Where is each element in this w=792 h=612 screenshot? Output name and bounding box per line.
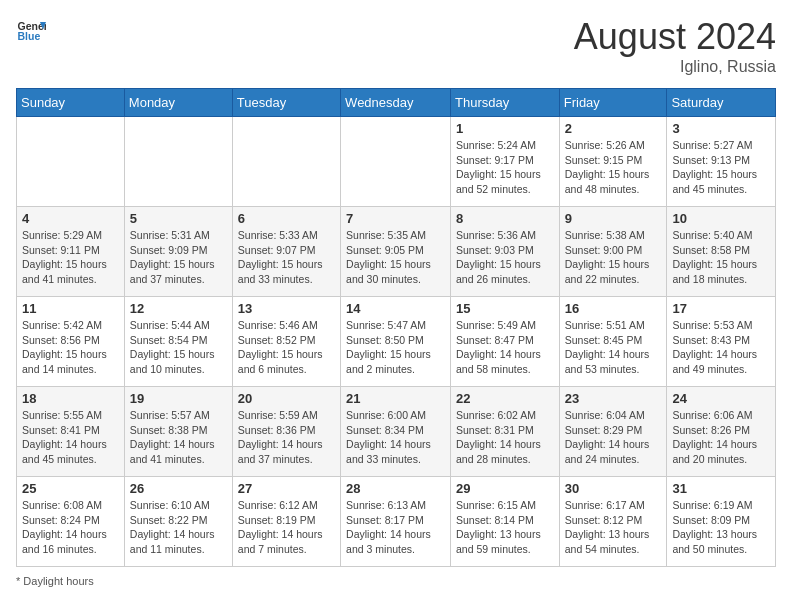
day-info: Sunrise: 5:42 AM Sunset: 8:56 PM Dayligh… <box>22 318 119 377</box>
calendar-cell: 27Sunrise: 6:12 AM Sunset: 8:19 PM Dayli… <box>232 477 340 567</box>
footer-note: * Daylight hours <box>16 575 776 587</box>
day-number: 17 <box>672 301 770 316</box>
day-number: 8 <box>456 211 554 226</box>
calendar-cell: 8Sunrise: 5:36 AM Sunset: 9:03 PM Daylig… <box>451 207 560 297</box>
calendar-cell: 30Sunrise: 6:17 AM Sunset: 8:12 PM Dayli… <box>559 477 667 567</box>
day-number: 24 <box>672 391 770 406</box>
day-info: Sunrise: 6:17 AM Sunset: 8:12 PM Dayligh… <box>565 498 662 557</box>
calendar-cell: 18Sunrise: 5:55 AM Sunset: 8:41 PM Dayli… <box>17 387 125 477</box>
calendar-cell: 13Sunrise: 5:46 AM Sunset: 8:52 PM Dayli… <box>232 297 340 387</box>
day-number: 20 <box>238 391 335 406</box>
day-number: 30 <box>565 481 662 496</box>
calendar-week-3: 11Sunrise: 5:42 AM Sunset: 8:56 PM Dayli… <box>17 297 776 387</box>
day-info: Sunrise: 5:46 AM Sunset: 8:52 PM Dayligh… <box>238 318 335 377</box>
day-number: 15 <box>456 301 554 316</box>
calendar-cell: 12Sunrise: 5:44 AM Sunset: 8:54 PM Dayli… <box>124 297 232 387</box>
day-number: 2 <box>565 121 662 136</box>
day-number: 10 <box>672 211 770 226</box>
day-number: 19 <box>130 391 227 406</box>
calendar-cell: 25Sunrise: 6:08 AM Sunset: 8:24 PM Dayli… <box>17 477 125 567</box>
calendar-cell: 20Sunrise: 5:59 AM Sunset: 8:36 PM Dayli… <box>232 387 340 477</box>
day-number: 16 <box>565 301 662 316</box>
calendar-cell: 2Sunrise: 5:26 AM Sunset: 9:15 PM Daylig… <box>559 117 667 207</box>
day-number: 6 <box>238 211 335 226</box>
day-info: Sunrise: 5:59 AM Sunset: 8:36 PM Dayligh… <box>238 408 335 467</box>
weekday-header-tuesday: Tuesday <box>232 89 340 117</box>
calendar-cell: 5Sunrise: 5:31 AM Sunset: 9:09 PM Daylig… <box>124 207 232 297</box>
day-info: Sunrise: 5:47 AM Sunset: 8:50 PM Dayligh… <box>346 318 445 377</box>
weekday-header-thursday: Thursday <box>451 89 560 117</box>
calendar-cell: 24Sunrise: 6:06 AM Sunset: 8:26 PM Dayli… <box>667 387 776 477</box>
calendar-cell: 1Sunrise: 5:24 AM Sunset: 9:17 PM Daylig… <box>451 117 560 207</box>
day-info: Sunrise: 5:27 AM Sunset: 9:13 PM Dayligh… <box>672 138 770 197</box>
calendar-cell: 6Sunrise: 5:33 AM Sunset: 9:07 PM Daylig… <box>232 207 340 297</box>
day-info: Sunrise: 5:44 AM Sunset: 8:54 PM Dayligh… <box>130 318 227 377</box>
day-number: 25 <box>22 481 119 496</box>
calendar-week-2: 4Sunrise: 5:29 AM Sunset: 9:11 PM Daylig… <box>17 207 776 297</box>
weekday-header-wednesday: Wednesday <box>341 89 451 117</box>
day-number: 21 <box>346 391 445 406</box>
title-area: August 2024 Iglino, Russia <box>574 16 776 76</box>
day-info: Sunrise: 5:24 AM Sunset: 9:17 PM Dayligh… <box>456 138 554 197</box>
calendar-cell: 26Sunrise: 6:10 AM Sunset: 8:22 PM Dayli… <box>124 477 232 567</box>
calendar-cell: 3Sunrise: 5:27 AM Sunset: 9:13 PM Daylig… <box>667 117 776 207</box>
day-info: Sunrise: 5:57 AM Sunset: 8:38 PM Dayligh… <box>130 408 227 467</box>
calendar-cell: 29Sunrise: 6:15 AM Sunset: 8:14 PM Dayli… <box>451 477 560 567</box>
day-info: Sunrise: 6:06 AM Sunset: 8:26 PM Dayligh… <box>672 408 770 467</box>
day-number: 9 <box>565 211 662 226</box>
calendar-cell: 23Sunrise: 6:04 AM Sunset: 8:29 PM Dayli… <box>559 387 667 477</box>
weekday-header-saturday: Saturday <box>667 89 776 117</box>
day-number: 5 <box>130 211 227 226</box>
calendar-cell: 10Sunrise: 5:40 AM Sunset: 8:58 PM Dayli… <box>667 207 776 297</box>
calendar-week-4: 18Sunrise: 5:55 AM Sunset: 8:41 PM Dayli… <box>17 387 776 477</box>
month-year-title: August 2024 <box>574 16 776 58</box>
calendar-cell <box>124 117 232 207</box>
calendar-cell: 17Sunrise: 5:53 AM Sunset: 8:43 PM Dayli… <box>667 297 776 387</box>
weekday-header-row: SundayMondayTuesdayWednesdayThursdayFrid… <box>17 89 776 117</box>
weekday-header-sunday: Sunday <box>17 89 125 117</box>
day-info: Sunrise: 5:29 AM Sunset: 9:11 PM Dayligh… <box>22 228 119 287</box>
weekday-header-monday: Monday <box>124 89 232 117</box>
day-number: 13 <box>238 301 335 316</box>
calendar-week-1: 1Sunrise: 5:24 AM Sunset: 9:17 PM Daylig… <box>17 117 776 207</box>
calendar-cell: 19Sunrise: 5:57 AM Sunset: 8:38 PM Dayli… <box>124 387 232 477</box>
day-number: 18 <box>22 391 119 406</box>
day-info: Sunrise: 5:26 AM Sunset: 9:15 PM Dayligh… <box>565 138 662 197</box>
calendar-cell <box>17 117 125 207</box>
calendar-cell: 14Sunrise: 5:47 AM Sunset: 8:50 PM Dayli… <box>341 297 451 387</box>
calendar-cell: 22Sunrise: 6:02 AM Sunset: 8:31 PM Dayli… <box>451 387 560 477</box>
day-number: 1 <box>456 121 554 136</box>
header: General Blue August 2024 Iglino, Russia <box>16 16 776 76</box>
day-info: Sunrise: 6:13 AM Sunset: 8:17 PM Dayligh… <box>346 498 445 557</box>
day-info: Sunrise: 5:55 AM Sunset: 8:41 PM Dayligh… <box>22 408 119 467</box>
calendar-cell <box>341 117 451 207</box>
day-number: 23 <box>565 391 662 406</box>
day-number: 7 <box>346 211 445 226</box>
day-number: 14 <box>346 301 445 316</box>
day-info: Sunrise: 6:08 AM Sunset: 8:24 PM Dayligh… <box>22 498 119 557</box>
day-number: 26 <box>130 481 227 496</box>
calendar-week-5: 25Sunrise: 6:08 AM Sunset: 8:24 PM Dayli… <box>17 477 776 567</box>
calendar-cell: 11Sunrise: 5:42 AM Sunset: 8:56 PM Dayli… <box>17 297 125 387</box>
day-info: Sunrise: 5:35 AM Sunset: 9:05 PM Dayligh… <box>346 228 445 287</box>
day-info: Sunrise: 5:49 AM Sunset: 8:47 PM Dayligh… <box>456 318 554 377</box>
daylight-hours-label: Daylight hours <box>23 575 93 587</box>
calendar-cell: 31Sunrise: 6:19 AM Sunset: 8:09 PM Dayli… <box>667 477 776 567</box>
calendar-cell: 28Sunrise: 6:13 AM Sunset: 8:17 PM Dayli… <box>341 477 451 567</box>
day-info: Sunrise: 5:36 AM Sunset: 9:03 PM Dayligh… <box>456 228 554 287</box>
day-number: 31 <box>672 481 770 496</box>
day-info: Sunrise: 5:40 AM Sunset: 8:58 PM Dayligh… <box>672 228 770 287</box>
day-number: 27 <box>238 481 335 496</box>
logo: General Blue <box>16 16 46 46</box>
day-number: 29 <box>456 481 554 496</box>
day-info: Sunrise: 6:12 AM Sunset: 8:19 PM Dayligh… <box>238 498 335 557</box>
day-number: 11 <box>22 301 119 316</box>
day-info: Sunrise: 6:02 AM Sunset: 8:31 PM Dayligh… <box>456 408 554 467</box>
day-number: 3 <box>672 121 770 136</box>
day-info: Sunrise: 6:04 AM Sunset: 8:29 PM Dayligh… <box>565 408 662 467</box>
day-number: 28 <box>346 481 445 496</box>
calendar-cell: 15Sunrise: 5:49 AM Sunset: 8:47 PM Dayli… <box>451 297 560 387</box>
calendar-cell: 7Sunrise: 5:35 AM Sunset: 9:05 PM Daylig… <box>341 207 451 297</box>
day-info: Sunrise: 6:19 AM Sunset: 8:09 PM Dayligh… <box>672 498 770 557</box>
day-info: Sunrise: 6:15 AM Sunset: 8:14 PM Dayligh… <box>456 498 554 557</box>
